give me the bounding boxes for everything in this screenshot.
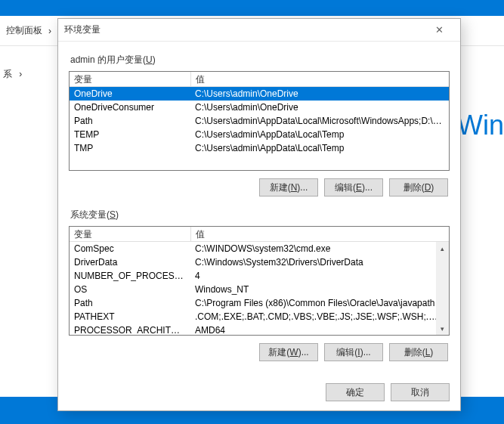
breadcrumb-trail: 系 › xyxy=(3,68,22,81)
var-value: AMD64 xyxy=(190,324,449,336)
close-icon[interactable]: ✕ xyxy=(424,24,454,36)
col-variable[interactable]: 变量 xyxy=(70,72,190,86)
table-row[interactable]: OSWindows_NT xyxy=(70,283,449,296)
col-value[interactable]: 值 xyxy=(191,72,449,86)
delete-user-button[interactable]: 删除(D) xyxy=(389,178,448,197)
cancel-button[interactable]: 取消 xyxy=(391,383,450,401)
new-user-button[interactable]: 新建(N)... xyxy=(259,178,318,197)
table-row[interactable]: NUMBER_OF_PROCESSORS4 xyxy=(70,269,449,283)
var-value: C:\Program Files (x86)\Common Files\Orac… xyxy=(190,297,449,309)
sys-vars-list[interactable]: 变量 值 ComSpecC:\WINDOWS\system32\cmd.exeD… xyxy=(69,226,450,336)
dialog-title: 环境变量 xyxy=(64,23,100,36)
var-name: OS xyxy=(70,283,190,296)
edit-sys-button[interactable]: 编辑(I)... xyxy=(324,343,383,361)
table-row[interactable]: PathC:\Users\admin\AppData\Local\Microso… xyxy=(70,114,449,128)
table-row[interactable]: OneDriveConsumerC:\Users\admin\OneDrive xyxy=(70,101,449,114)
var-value: C:\Users\admin\AppData\Local\Microsoft\W… xyxy=(190,115,449,127)
table-row[interactable]: PathC:\Program Files (x86)\Common Files\… xyxy=(70,296,449,310)
var-name: DriverData xyxy=(70,256,190,268)
table-row[interactable]: PROCESSOR_ARCHITECTUREAMD64 xyxy=(70,323,449,336)
var-value: .COM;.EXE;.BAT;.CMD;.VBS;.VBE;.JS;.JSE;.… xyxy=(190,311,449,323)
var-value: C:\WINDOWS\system32\cmd.exe xyxy=(190,243,449,255)
var-name: PATHEXT xyxy=(70,311,190,323)
var-value: C:\Users\admin\AppData\Local\Temp xyxy=(190,128,449,141)
table-row[interactable]: OneDriveC:\Users\admin\OneDrive xyxy=(70,87,449,101)
table-row[interactable]: DriverDataC:\Windows\System32\Drivers\Dr… xyxy=(70,255,449,269)
var-name: Path xyxy=(70,115,190,127)
var-name: PROCESSOR_ARCHITECTURE xyxy=(70,324,190,336)
var-value: C:\Users\admin\OneDrive xyxy=(190,101,449,113)
var-name: TMP xyxy=(70,142,190,154)
breadcrumb-item[interactable]: 控制面板 xyxy=(6,24,42,37)
scroll-up-icon[interactable]: ▴ xyxy=(436,242,449,255)
edit-user-button[interactable]: 编辑(E)... xyxy=(324,178,383,197)
var-value: 4 xyxy=(190,270,449,282)
col-variable[interactable]: 变量 xyxy=(70,227,190,241)
var-name: TEMP xyxy=(70,128,190,141)
col-value[interactable]: 值 xyxy=(191,227,449,241)
windows-logo-text: Win xyxy=(457,110,504,141)
var-value: Windows_NT xyxy=(190,283,449,296)
var-name: ComSpec xyxy=(70,243,190,255)
chevron-right-icon: › xyxy=(48,26,51,36)
env-vars-dialog: 环境变量 ✕ admin 的用户变量(U) 变量 值 OneDriveC:\Us… xyxy=(57,18,461,411)
list-header: 变量 值 xyxy=(70,72,449,87)
var-name: Path xyxy=(70,297,190,309)
table-row[interactable]: PATHEXT.COM;.EXE;.BAT;.CMD;.VBS;.VBE;.JS… xyxy=(70,310,449,323)
scrollbar[interactable]: ▴ ▾ xyxy=(436,242,449,335)
var-value: C:\Users\admin\AppData\Local\Temp xyxy=(190,142,449,154)
list-header: 变量 值 xyxy=(70,227,449,242)
table-row[interactable]: ComSpecC:\WINDOWS\system32\cmd.exe xyxy=(70,242,449,255)
var-name: OneDriveConsumer xyxy=(70,101,190,113)
new-sys-button[interactable]: 新建(W)... xyxy=(259,343,318,361)
var-value: C:\Users\admin\OneDrive xyxy=(190,88,449,100)
user-vars-list[interactable]: 变量 值 OneDriveC:\Users\admin\OneDriveOneD… xyxy=(69,71,450,171)
var-name: NUMBER_OF_PROCESSORS xyxy=(70,270,190,282)
var-name: OneDrive xyxy=(70,88,190,100)
window-titlebar xyxy=(0,0,504,16)
table-row[interactable]: TMPC:\Users\admin\AppData\Local\Temp xyxy=(70,141,449,155)
dialog-titlebar[interactable]: 环境变量 ✕ xyxy=(58,19,460,42)
table-row[interactable]: TEMPC:\Users\admin\AppData\Local\Temp xyxy=(70,128,449,141)
sys-vars-label: 系统变量(S) xyxy=(70,209,448,221)
user-vars-label: admin 的用户变量(U) xyxy=(70,54,448,67)
var-value: C:\Windows\System32\Drivers\DriverData xyxy=(190,256,449,268)
ok-button[interactable]: 确定 xyxy=(326,383,385,401)
delete-sys-button[interactable]: 删除(L) xyxy=(389,343,448,361)
scroll-down-icon[interactable]: ▾ xyxy=(436,322,449,335)
